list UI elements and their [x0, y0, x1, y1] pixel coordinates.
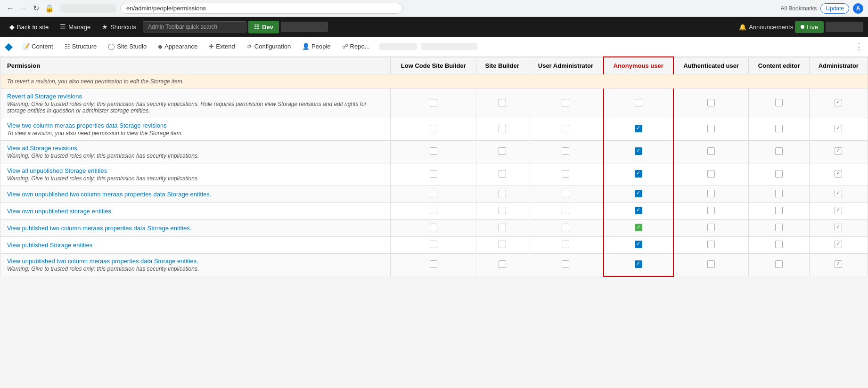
checkbox-anonymous[interactable] — [635, 125, 642, 132]
checkbox-cell-site_builder — [476, 203, 528, 220]
nav-reports[interactable]: ☍ Repo... — [336, 37, 376, 56]
checkbox-administrator[interactable] — [835, 207, 842, 214]
checkbox-content_editor[interactable] — [775, 260, 783, 268]
checkbox-anonymous[interactable] — [635, 241, 642, 248]
checkbox-authenticated[interactable] — [707, 241, 715, 248]
checkbox-site_builder[interactable] — [499, 241, 506, 248]
nav-extend[interactable]: ✚ Extend — [203, 37, 240, 56]
checkbox-anonymous[interactable] — [635, 224, 642, 231]
checkbox-low_code[interactable] — [430, 190, 437, 197]
checkbox-cell-administrator — [809, 163, 868, 186]
checkbox-user_admin[interactable] — [562, 241, 569, 248]
checkbox-authenticated[interactable] — [707, 147, 715, 155]
checkbox-low_code[interactable] — [430, 170, 437, 178]
permission-cell: View published two column meraas propert… — [0, 220, 391, 237]
back-button[interactable]: ← — [5, 4, 16, 13]
nav-content[interactable]: 📝 Content — [16, 37, 59, 56]
checkbox-site_builder[interactable] — [499, 190, 506, 197]
checkbox-cell-user_admin — [528, 237, 604, 254]
announcements-label: Announcements — [749, 24, 793, 31]
checkbox-low_code[interactable] — [430, 224, 437, 231]
checkbox-content_editor[interactable] — [775, 147, 783, 155]
checkbox-low_code[interactable] — [430, 260, 437, 268]
checkbox-low_code[interactable] — [430, 207, 437, 214]
checkbox-user_admin[interactable] — [562, 190, 569, 197]
checkbox-content_editor[interactable] — [775, 125, 783, 132]
manage-button[interactable]: ☰ Manage — [55, 20, 95, 33]
live-label: Live — [807, 24, 818, 31]
checkbox-user_admin[interactable] — [562, 260, 569, 268]
checkbox-user_admin[interactable] — [562, 207, 569, 214]
checkbox-administrator[interactable] — [835, 260, 842, 268]
checkbox-anonymous[interactable] — [635, 147, 642, 155]
checkbox-authenticated[interactable] — [707, 207, 715, 214]
checkbox-low_code[interactable] — [430, 99, 437, 106]
nav-collapse-button[interactable]: ⋮ — [855, 41, 863, 52]
checkbox-anonymous[interactable] — [635, 99, 642, 106]
checkbox-content_editor[interactable] — [775, 241, 783, 248]
checkbox-low_code[interactable] — [430, 125, 437, 132]
checkbox-anonymous[interactable] — [635, 260, 642, 268]
checkbox-site_builder[interactable] — [499, 260, 506, 268]
user-avatar[interactable]: A — [853, 3, 863, 14]
checkbox-site_builder[interactable] — [499, 125, 506, 132]
checkbox-administrator[interactable] — [835, 170, 842, 178]
checkbox-administrator[interactable] — [835, 147, 842, 155]
checkbox-authenticated[interactable] — [707, 99, 715, 106]
checkbox-content_editor[interactable] — [775, 207, 783, 214]
checkbox-content_editor[interactable] — [775, 99, 783, 106]
checkbox-administrator[interactable] — [835, 125, 842, 132]
checkbox-user_admin[interactable] — [562, 125, 569, 132]
checkbox-site_builder[interactable] — [499, 99, 506, 106]
checkbox-anonymous[interactable] — [635, 207, 642, 214]
shortcuts-button[interactable]: ★ Shortcuts — [97, 20, 141, 33]
nav-configuration[interactable]: ⛭ Configuration — [241, 37, 296, 56]
update-button[interactable]: Update — [820, 3, 849, 14]
back-to-site-button[interactable]: ◆ Back to site — [5, 20, 53, 33]
checkbox-authenticated[interactable] — [707, 125, 715, 132]
checkbox-site_builder[interactable] — [499, 147, 506, 155]
checkbox-cell-anonymous — [604, 220, 673, 237]
checkbox-anonymous[interactable] — [635, 190, 642, 197]
url-bar[interactable]: en/admin/people/permissions — [120, 3, 403, 14]
announcements-button[interactable]: 🔔 Announcements — [739, 24, 793, 31]
checkbox-content_editor[interactable] — [775, 224, 783, 231]
checkbox-low_code[interactable] — [430, 241, 437, 248]
checkbox-anonymous[interactable] — [635, 170, 642, 178]
checkbox-authenticated[interactable] — [707, 224, 715, 231]
browser-nav[interactable]: ← → ↻ 🔒 — [5, 4, 56, 13]
checkbox-content_editor[interactable] — [775, 190, 783, 197]
perm-title: View unpublished two column meraas prope… — [7, 258, 198, 265]
checkbox-user_admin[interactable] — [562, 99, 569, 106]
search-input[interactable] — [143, 21, 246, 32]
checkbox-cell-content_editor — [749, 163, 809, 186]
dev-button[interactable]: ☷ Dev — [248, 21, 279, 33]
checkbox-site_builder[interactable] — [499, 170, 506, 178]
checkbox-user_admin[interactable] — [562, 170, 569, 178]
checkbox-cell-authenticated — [673, 237, 749, 254]
checkbox-administrator[interactable] — [835, 190, 842, 197]
checkbox-administrator[interactable] — [835, 224, 842, 231]
checkbox-authenticated[interactable] — [707, 170, 715, 178]
reload-button[interactable]: ↻ — [31, 4, 41, 13]
table-row: View two column meraas properties data S… — [0, 118, 868, 141]
checkbox-content_editor[interactable] — [775, 170, 783, 178]
forward-button[interactable]: → — [18, 4, 29, 13]
checkbox-cell-low_code — [391, 254, 476, 276]
nav-structure[interactable]: ☷ Structure — [59, 37, 103, 56]
checkbox-authenticated[interactable] — [707, 260, 715, 268]
checkbox-user_admin[interactable] — [562, 224, 569, 231]
blurred-user-item — [826, 22, 863, 32]
checkbox-low_code[interactable] — [430, 147, 437, 155]
live-button[interactable]: Live — [795, 21, 824, 33]
checkbox-site_builder[interactable] — [499, 207, 506, 214]
checkbox-cell-site_builder — [476, 254, 528, 276]
checkbox-administrator[interactable] — [835, 241, 842, 248]
checkbox-user_admin[interactable] — [562, 147, 569, 155]
nav-sitestudio[interactable]: ◯ Site Studio — [102, 37, 152, 56]
nav-appearance[interactable]: ◆ Appearance — [152, 37, 203, 56]
checkbox-authenticated[interactable] — [707, 190, 715, 197]
checkbox-site_builder[interactable] — [499, 224, 506, 231]
checkbox-administrator[interactable] — [835, 99, 842, 106]
nav-people[interactable]: 👤 People — [296, 37, 336, 56]
